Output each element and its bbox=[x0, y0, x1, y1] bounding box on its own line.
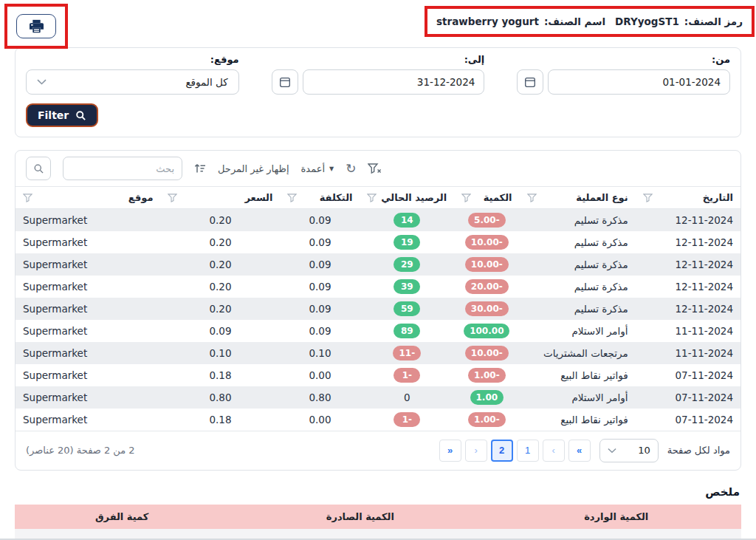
cell-cost: 0.10 bbox=[280, 342, 360, 364]
table-row: 12-11-2024مذكرة تسليم-5.00140.090.20Supe… bbox=[16, 209, 740, 231]
cell-price: 0.20 bbox=[160, 231, 280, 253]
items-per-page-select[interactable]: 10 bbox=[599, 439, 659, 462]
pagination-page-button[interactable]: 2 bbox=[491, 440, 513, 462]
table-header: التاريخنوع العمليةالكميةالرصيد الحاليالت… bbox=[16, 187, 740, 209]
date-from-label: من: bbox=[517, 54, 730, 65]
cell-price: 0.18 bbox=[160, 364, 280, 386]
cell-quantity: -1.00 bbox=[454, 409, 519, 431]
cell-quantity: -10.00 bbox=[454, 342, 519, 364]
quantity-badge-positive: 39 bbox=[394, 279, 420, 294]
pagination-bar: مواد لكل صفحة 10 »›12‹« 2 من 2 صفحة (20 … bbox=[16, 431, 740, 470]
cell-operation-type: مذكرة تسليم bbox=[520, 276, 636, 298]
cell-location: Supermarket bbox=[16, 409, 160, 431]
page-info: 2 من 2 صفحة (20 عناصر) bbox=[26, 445, 135, 456]
column-header-label: نوع العملية bbox=[576, 192, 628, 203]
pagination-nav-button[interactable]: › bbox=[543, 440, 565, 462]
search-icon bbox=[33, 163, 44, 174]
quantity-badge-positive: 14 bbox=[394, 213, 420, 228]
column-header: نوع العملية bbox=[520, 187, 636, 209]
cell-location: Supermarket bbox=[16, 253, 160, 276]
cell-price: 0.09 bbox=[160, 320, 280, 342]
quantity-badge-negative: -11 bbox=[393, 346, 421, 360]
pagination-page-button[interactable]: 1 bbox=[517, 440, 539, 462]
cell-date: 07-11-2024 bbox=[636, 409, 740, 431]
date-to-calendar-button[interactable] bbox=[272, 69, 298, 95]
cell-date: 12-11-2024 bbox=[636, 253, 740, 276]
cell-quantity: 100.00 bbox=[454, 320, 519, 342]
column-header-label: الكمية bbox=[484, 192, 512, 203]
cell-date: 12-11-2024 bbox=[636, 298, 740, 320]
refresh-icon-button[interactable]: ↻ bbox=[346, 163, 356, 175]
quantity-badge-negative: -10.00 bbox=[465, 235, 509, 250]
column-header: الرصيد الحالي bbox=[360, 187, 454, 209]
cell-current-balance: 0 bbox=[360, 386, 454, 409]
filter-button[interactable]: Filter bbox=[26, 103, 98, 127]
columns-dropdown[interactable]: ▼ أعمدة bbox=[301, 163, 334, 174]
location-field: موقع: كل الموقع bbox=[26, 54, 239, 95]
search-input[interactable] bbox=[63, 157, 182, 180]
cell-operation-type: فواتير نقاط البيع bbox=[520, 364, 636, 386]
cell-current-balance: 39 bbox=[360, 276, 454, 298]
cell-operation-type: مذكرة تسليم bbox=[520, 231, 636, 253]
column-filter-funnel-icon[interactable] bbox=[23, 194, 32, 202]
items-per-page-value: 10 bbox=[638, 445, 650, 456]
sort-icon-button[interactable] bbox=[194, 163, 206, 174]
column-header-label: موقع bbox=[128, 192, 154, 203]
quantity-badge-negative: -1 bbox=[394, 412, 420, 427]
stock-report-page: رمز الصنف: DRYyogST1 اسم الصنف: strawber… bbox=[0, 0, 756, 540]
column-filter-funnel-icon[interactable] bbox=[367, 194, 377, 202]
table-row: 07-11-2024فواتير نقاط البيع-1.00-10.000.… bbox=[16, 364, 740, 386]
date-from-calendar-button[interactable] bbox=[517, 69, 543, 95]
cell-cost: 0.00 bbox=[280, 409, 360, 431]
quantity-badge-positive: 1.00 bbox=[470, 390, 504, 405]
column-header: موقع bbox=[16, 187, 160, 209]
search-button[interactable] bbox=[26, 157, 51, 180]
stock-movements-table: التاريخنوع العمليةالكميةالرصيد الحاليالت… bbox=[16, 186, 740, 431]
column-header: السعر bbox=[160, 187, 280, 209]
column-filter-funnel-icon[interactable] bbox=[287, 194, 297, 202]
table-toolbar: ↻ ▼ أعمدة إظهار غير المرحل bbox=[16, 151, 740, 186]
quantity-badge-positive: 89 bbox=[394, 324, 420, 338]
cell-current-balance: 29 bbox=[360, 253, 454, 276]
column-filter-funnel-icon[interactable] bbox=[527, 194, 537, 202]
cell-operation-type: مذكرة تسليم bbox=[520, 253, 636, 276]
date-to-label: إلى: bbox=[272, 54, 485, 65]
cell-price: 0.10 bbox=[160, 342, 280, 364]
date-from-field: من: bbox=[517, 54, 730, 95]
summary-header-cell: كمية الفرق bbox=[15, 505, 229, 529]
sort-icon bbox=[194, 163, 206, 174]
cell-date: 07-11-2024 bbox=[636, 364, 740, 386]
caret-down-icon: ▼ bbox=[329, 165, 334, 172]
pagination-nav-button[interactable]: « bbox=[439, 440, 461, 462]
item-name-value: strawberry yogurt bbox=[436, 16, 539, 27]
cell-operation-type: أوامر الاستلام bbox=[520, 386, 636, 409]
show-unposted-button[interactable]: إظهار غير المرحل bbox=[218, 163, 289, 174]
page-buttons-group: »›12‹« bbox=[439, 440, 591, 462]
location-select[interactable]: كل الموقع bbox=[26, 69, 239, 95]
cell-quantity: -20.00 bbox=[454, 276, 519, 298]
summary-title: ملخص bbox=[16, 485, 740, 499]
quantity-badge-negative: -5.00 bbox=[468, 213, 506, 228]
cell-location: Supermarket bbox=[16, 209, 160, 231]
cell-current-balance: 19 bbox=[360, 231, 454, 253]
cell-operation-type: مذكرة تسليم bbox=[520, 209, 636, 231]
pagination-nav-button[interactable]: » bbox=[568, 440, 591, 462]
clear-filters-icon-button[interactable] bbox=[368, 163, 382, 174]
quantity-badge-positive: 59 bbox=[394, 301, 420, 316]
column-filter-funnel-icon[interactable] bbox=[168, 194, 177, 202]
cell-current-balance: -11 bbox=[360, 342, 454, 364]
cell-price: 0.18 bbox=[160, 409, 280, 431]
print-button[interactable] bbox=[16, 14, 56, 38]
column-filter-funnel-icon[interactable] bbox=[461, 194, 471, 202]
cell-quantity: 1.00 bbox=[454, 386, 519, 409]
date-to-field: إلى: bbox=[272, 54, 485, 95]
item-info-annotation-box: رمز الصنف: DRYyogST1 اسم الصنف: strawber… bbox=[425, 6, 755, 37]
cell-price: 0.80 bbox=[160, 386, 280, 409]
column-filter-funnel-icon[interactable] bbox=[643, 194, 653, 202]
date-from-input[interactable] bbox=[548, 69, 730, 95]
calendar-icon bbox=[524, 76, 536, 88]
pagination-nav-button[interactable]: ‹ bbox=[465, 440, 487, 462]
summary-header-cell: الكمية الصادرة bbox=[229, 505, 491, 529]
cell-date: 11-11-2024 bbox=[636, 320, 740, 342]
date-to-input[interactable] bbox=[303, 69, 485, 95]
